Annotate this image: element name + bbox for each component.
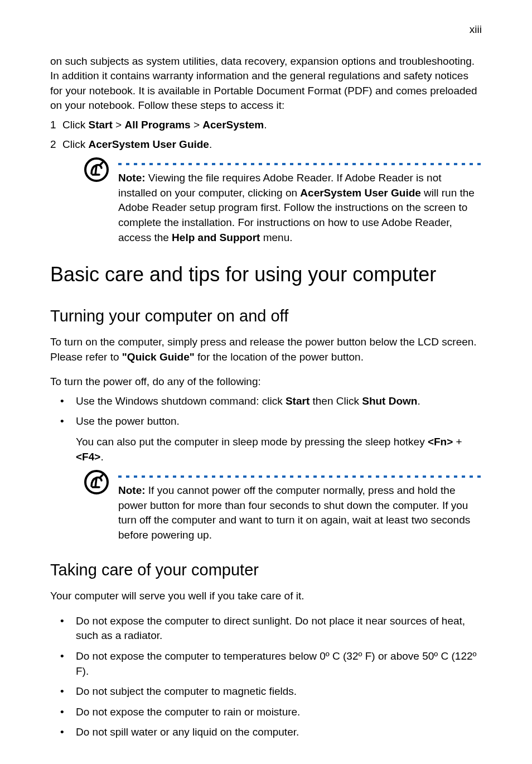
para-turn-off: To turn the power off, do any of the fol…	[50, 374, 482, 390]
note-icon	[84, 469, 113, 498]
note-1-label: Note:	[118, 172, 146, 184]
heading-turning-on-off: Turning your computer on and off	[50, 305, 482, 328]
step-2-pre: Click	[62, 138, 88, 150]
heading-taking-care: Taking care of your computer	[50, 559, 482, 582]
sub-para-pre: You can also put the computer in sleep m…	[76, 436, 428, 448]
list-item: Do not subject the computer to magnetic …	[50, 684, 482, 699]
step-2-guide: AcerSystem User Guide	[88, 138, 209, 150]
note-2-text: Note: If you cannot power off the comput…	[118, 483, 482, 542]
note-block-1: Note: Viewing the file requires Adobe Re…	[84, 158, 482, 245]
note-1-guide: AcerSystem User Guide	[300, 187, 421, 199]
para-care-intro: Your computer will serve you well if you…	[50, 589, 482, 604]
step-1-allprograms: All Programs	[124, 119, 190, 131]
sub-para-end: .	[100, 451, 103, 463]
list-item: Do not expose the computer to temperatur…	[50, 649, 482, 679]
step-1-sep1: >	[113, 119, 125, 131]
heading-basic-care: Basic care and tips for using your compu…	[50, 261, 482, 289]
bullet-a1-end: .	[417, 395, 420, 407]
note-2-label: Note:	[118, 484, 146, 496]
sub-para-fn: <Fn>	[428, 436, 453, 448]
step-1-start: Start	[88, 119, 112, 131]
step-2-num: 2	[50, 137, 62, 152]
bullet-a1-shutdown: Shut Down	[362, 395, 417, 407]
step-1-sep2: >	[191, 119, 203, 131]
note-divider	[118, 475, 482, 478]
note-2-body: If you cannot power off the computer nor…	[118, 484, 470, 541]
sub-para-sleep: You can also put the computer in sleep m…	[50, 435, 482, 464]
step-1: 1Click Start > All Programs > AcerSystem…	[50, 118, 482, 133]
list-item: Do not expose the computer to direct sun…	[50, 614, 482, 643]
list-item: Do not expose the computer to rain or mo…	[50, 705, 482, 720]
list-item: Use the power button.	[50, 414, 482, 429]
page-number: xiii	[50, 22, 482, 37]
step-2: 2Click AcerSystem User Guide.	[50, 137, 482, 152]
step-2-end: .	[209, 138, 212, 150]
note-icon	[84, 157, 113, 186]
para-turn-on: To turn on the computer, simply press an…	[50, 335, 482, 364]
para-turn-on-quick-guide: "Quick Guide"	[122, 351, 195, 363]
para-turn-on-post: for the location of the power button.	[195, 351, 364, 363]
step-1-pre: Click	[62, 119, 88, 131]
note-block-2: Note: If you cannot power off the comput…	[84, 471, 482, 542]
step-1-end: .	[264, 119, 267, 131]
bullet-list-power-off: Use the Windows shutdown command: click …	[50, 394, 482, 429]
note-1-p3: menu.	[260, 232, 292, 243]
step-1-acersystem: AcerSystem	[202, 119, 264, 131]
intro-paragraph: on such subjects as system utilities, da…	[50, 54, 482, 113]
bullet-a1-start: Start	[286, 395, 309, 407]
list-item: Do not spill water or any liquid on the …	[50, 725, 482, 740]
bullet-a1-mid: then Click	[309, 395, 362, 407]
bullet-list-care: Do not expose the computer to direct sun…	[50, 614, 482, 740]
note-1-text: Note: Viewing the file requires Adobe Re…	[118, 171, 482, 245]
list-item: Use the Windows shutdown command: click …	[50, 394, 482, 409]
sub-para-mid: +	[453, 436, 462, 448]
step-1-num: 1	[50, 118, 62, 133]
bullet-a1-pre: Use the Windows shutdown command: click	[76, 395, 286, 407]
note-divider	[118, 163, 482, 165]
sub-para-f4: <F4>	[76, 451, 100, 463]
note-1-help: Help and Support	[172, 232, 260, 243]
